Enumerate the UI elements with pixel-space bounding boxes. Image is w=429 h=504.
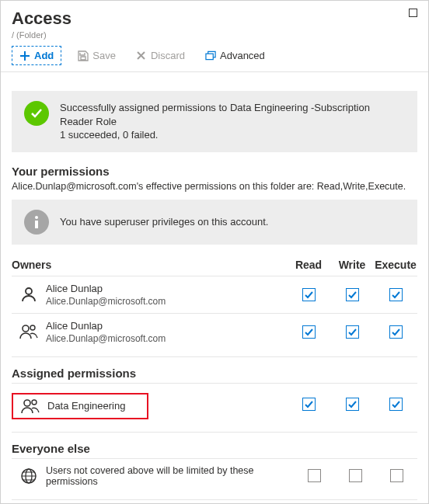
success-icon bbox=[24, 101, 49, 126]
svg-point-6 bbox=[30, 325, 35, 330]
breadcrumb: / (Folder) bbox=[12, 30, 417, 40]
panel-header: Access / (Folder) bbox=[1, 1, 428, 44]
svg-point-2 bbox=[35, 216, 38, 219]
success-line2: 1 succeeded, 0 failed. bbox=[60, 128, 405, 142]
owner-email: Alice.Dunlap@microsoft.com bbox=[46, 296, 287, 307]
globe-icon bbox=[12, 468, 46, 485]
owner-row: Alice DunlapAlice.Dunlap@microsoft.com bbox=[12, 313, 417, 350]
svg-rect-1 bbox=[206, 54, 213, 59]
save-icon bbox=[78, 50, 89, 61]
owner-write-checkbox[interactable] bbox=[346, 325, 359, 339]
owner-nameblock: Alice DunlapAlice.Dunlap@microsoft.com bbox=[46, 283, 287, 307]
svg-point-5 bbox=[23, 325, 29, 332]
assigned-write-checkbox[interactable] bbox=[346, 398, 359, 411]
svg-rect-3 bbox=[35, 221, 38, 228]
discard-button[interactable]: Discard bbox=[132, 47, 189, 64]
divider bbox=[12, 356, 417, 357]
success-line1: Successfully assigned permissions to Dat… bbox=[60, 101, 405, 128]
info-banner: You have superuser privileges on this ac… bbox=[12, 200, 417, 245]
owners-header: Owners Read Write Execute bbox=[12, 259, 417, 271]
your-permissions-desc: Alice.Dunlap@microsoft.com's effective p… bbox=[12, 181, 417, 192]
group-icon bbox=[13, 398, 47, 414]
add-button-label: Add bbox=[34, 50, 54, 61]
group-icon bbox=[12, 324, 46, 339]
owners-list: Alice DunlapAlice.Dunlap@microsoft.comAl… bbox=[1, 276, 428, 350]
access-panel: Access / (Folder) Add Save Discard bbox=[0, 0, 429, 504]
assigned-list: Data Engineering bbox=[1, 383, 428, 426]
owner-email: Alice.Dunlap@microsoft.com bbox=[46, 333, 287, 344]
owner-nameblock: Alice DunlapAlice.Dunlap@microsoft.com bbox=[46, 320, 287, 344]
read-col-label: Read bbox=[287, 259, 330, 271]
owners-col-label: Owners bbox=[12, 259, 287, 271]
everyone-section: Everyone else Users not covered above wi… bbox=[1, 442, 428, 500]
save-button-label: Save bbox=[92, 50, 116, 61]
assigned-title: Assigned permissions bbox=[12, 367, 417, 380]
owner-write-checkbox[interactable] bbox=[346, 288, 359, 301]
assigned-execute-checkbox[interactable] bbox=[389, 398, 403, 411]
toolbar: Add Save Discard Advanced bbox=[1, 44, 428, 72]
owner-read-checkbox[interactable] bbox=[302, 325, 316, 339]
divider bbox=[12, 432, 417, 433]
assigned-read-checkbox[interactable] bbox=[302, 398, 316, 411]
user-icon bbox=[12, 287, 46, 302]
everyone-row: Users not covered above will be limited … bbox=[12, 458, 417, 493]
advanced-button[interactable]: Advanced bbox=[201, 47, 269, 64]
owner-read-checkbox[interactable] bbox=[302, 288, 316, 301]
divider bbox=[12, 499, 417, 500]
everyone-write-checkbox[interactable] bbox=[349, 469, 362, 482]
maximize-icon[interactable] bbox=[409, 9, 417, 17]
owner-row: Alice DunlapAlice.Dunlap@microsoft.com bbox=[12, 276, 417, 313]
info-icon bbox=[24, 210, 49, 235]
owner-execute-checkbox[interactable] bbox=[389, 288, 403, 301]
assigned-section: Assigned permissions Data Engineering bbox=[1, 367, 428, 433]
owner-name: Alice Dunlap bbox=[46, 283, 287, 294]
svg-point-4 bbox=[26, 288, 32, 294]
advanced-button-label: Advanced bbox=[220, 50, 265, 61]
assigned-name: Data Engineering bbox=[47, 400, 125, 412]
everyone-execute-checkbox[interactable] bbox=[390, 469, 403, 482]
everyone-title: Everyone else bbox=[12, 442, 417, 455]
svg-point-8 bbox=[32, 400, 37, 405]
add-button[interactable]: Add bbox=[12, 46, 61, 65]
everyone-desc: Users not covered above will be limited … bbox=[46, 465, 294, 487]
owner-name: Alice Dunlap bbox=[46, 320, 287, 332]
everyone-read-checkbox[interactable] bbox=[308, 469, 321, 482]
your-permissions-title: Your permissions bbox=[12, 165, 417, 178]
save-button[interactable]: Save bbox=[74, 47, 120, 64]
execute-col-label: Execute bbox=[374, 259, 417, 271]
discard-icon bbox=[136, 50, 147, 61]
info-message: You have superuser privileges on this ac… bbox=[60, 216, 268, 228]
owner-execute-checkbox[interactable] bbox=[389, 325, 403, 339]
discard-button-label: Discard bbox=[151, 50, 185, 61]
write-col-label: Write bbox=[330, 259, 374, 271]
assigned-row: Data Engineering bbox=[12, 383, 417, 426]
panel-title: Access bbox=[12, 9, 417, 29]
advanced-icon bbox=[205, 50, 216, 61]
success-banner: Successfully assigned permissions to Dat… bbox=[12, 91, 417, 152]
plus-icon bbox=[19, 50, 30, 61]
your-permissions-section: Your permissions Alice.Dunlap@microsoft.… bbox=[1, 165, 428, 245]
success-message: Successfully assigned permissions to Dat… bbox=[60, 101, 405, 142]
svg-point-7 bbox=[24, 400, 30, 406]
